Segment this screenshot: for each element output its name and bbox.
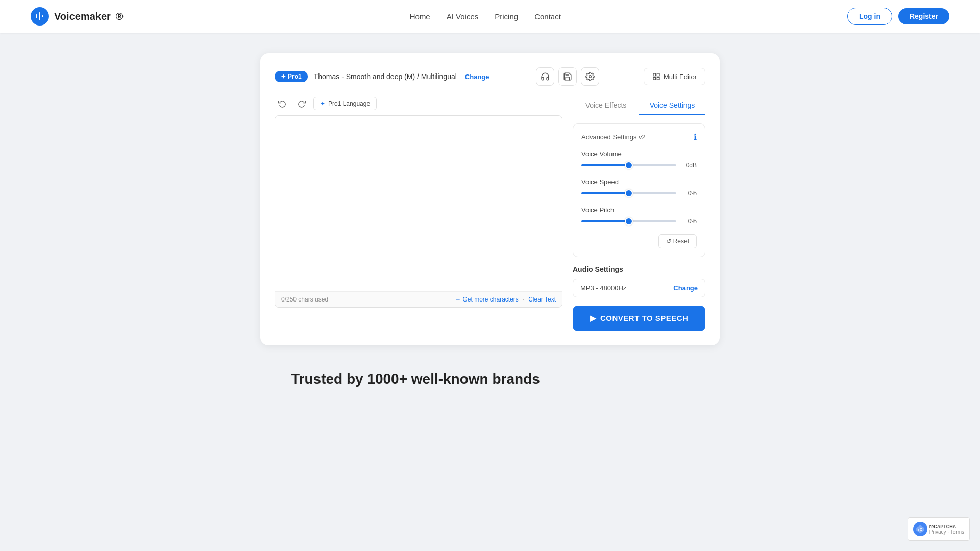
- headphones-icon: [541, 72, 550, 81]
- editor-body: ✦ Pro1 Language 0/250 chars used → Get m…: [275, 96, 705, 331]
- char-used: 0/250 chars used: [281, 296, 328, 303]
- login-button[interactable]: Log in: [847, 8, 892, 25]
- pro1-lang-icon: ✦: [320, 100, 325, 107]
- undo-icon: [278, 99, 286, 108]
- voice-pitch-value: 0%: [681, 218, 697, 225]
- convert-to-speech-button[interactable]: ▶ CONVERT TO SPEECH: [573, 306, 705, 331]
- multi-editor-icon: [652, 72, 660, 81]
- nav-pricing[interactable]: Pricing: [495, 12, 518, 21]
- multi-editor-label: Multi Editor: [664, 73, 697, 81]
- recaptcha-label: reCAPTCHA: [929, 524, 964, 529]
- info-icon[interactable]: ℹ: [694, 132, 697, 142]
- editor-card: ✦ Pro1 Thomas - Smooth and deep (M) / Mu…: [260, 53, 720, 345]
- voice-speed-slider[interactable]: [581, 192, 676, 194]
- reset-icon: ↺: [666, 238, 671, 245]
- svg-rect-3: [42, 15, 43, 17]
- voice-speed-slider-row: 0%: [581, 190, 697, 197]
- nav-links: Home AI Voices Pricing Contact: [410, 12, 561, 21]
- voice-volume-row: Voice Volume 0dB: [581, 150, 697, 169]
- nav-contact[interactable]: Contact: [534, 12, 561, 21]
- voice-speed-value: 0%: [681, 190, 697, 197]
- pro1-language-button[interactable]: ✦ Pro1 Language: [313, 97, 377, 110]
- text-input[interactable]: [275, 116, 562, 289]
- undo-button[interactable]: [275, 96, 290, 111]
- reset-label: Reset: [673, 238, 689, 245]
- voice-volume-value: 0dB: [681, 162, 697, 169]
- gear-icon: [585, 72, 595, 81]
- svg-rect-8: [657, 77, 659, 80]
- pro-badge-icon: ✦: [281, 73, 286, 80]
- recaptcha-links: Privacy · Terms: [929, 529, 964, 535]
- audio-format-text: MP3 - 48000Hz: [580, 284, 626, 292]
- textarea-wrapper: 0/250 chars used → Get more characters ·…: [275, 115, 562, 308]
- tab-voice-effects[interactable]: Voice Effects: [573, 96, 639, 115]
- svg-rect-2: [39, 12, 40, 20]
- save-icon: [563, 72, 572, 81]
- main-content: ✦ Pro1 Thomas - Smooth and deep (M) / Mu…: [0, 33, 980, 408]
- svg-text:rC: rC: [918, 527, 922, 532]
- clear-text-button[interactable]: Clear Text: [528, 296, 556, 303]
- settings-button[interactable]: [581, 67, 599, 86]
- nav-home[interactable]: Home: [410, 12, 430, 21]
- voice-pitch-slider-row: 0%: [581, 218, 697, 225]
- redo-button[interactable]: [294, 96, 309, 111]
- recaptcha-badge: rC reCAPTCHA Privacy · Terms: [908, 517, 970, 541]
- audio-settings: Audio Settings MP3 - 48000Hz Change: [573, 265, 705, 297]
- svg-rect-5: [653, 73, 656, 76]
- headphones-button[interactable]: [536, 67, 554, 86]
- convert-label: CONVERT TO SPEECH: [600, 314, 688, 322]
- tabs: Voice Effects Voice Settings: [573, 96, 705, 115]
- pro-badge-label: Pro1: [288, 73, 302, 80]
- char-links: → Get more characters · Clear Text: [455, 296, 556, 303]
- svg-rect-1: [36, 14, 37, 18]
- settings-header: Advanced Settings v2 ℹ: [581, 132, 697, 142]
- audio-change-button[interactable]: Change: [673, 284, 698, 292]
- settings-panel: Advanced Settings v2 ℹ Voice Volume 0dB …: [573, 123, 705, 257]
- svg-point-4: [589, 76, 591, 78]
- voice-name-label: Thomas - Smooth and deep (M) / Multiling…: [314, 72, 457, 81]
- toolbar-right: Multi Editor: [644, 68, 705, 85]
- advanced-settings-title: Advanced Settings v2: [581, 133, 646, 141]
- redo-icon: [298, 99, 306, 108]
- reset-button[interactable]: ↺ Reset: [658, 234, 697, 248]
- recaptcha-text: reCAPTCHA Privacy · Terms: [929, 524, 964, 535]
- voice-volume-label: Voice Volume: [581, 150, 697, 158]
- right-panel: Voice Effects Voice Settings Advanced Se…: [573, 96, 705, 331]
- top-toolbar: ✦ Pro1 Thomas - Smooth and deep (M) / Mu…: [275, 67, 705, 86]
- tab-voice-settings[interactable]: Voice Settings: [639, 96, 705, 115]
- logo-text: Voicemaker: [54, 11, 111, 22]
- text-section: ✦ Pro1 Language 0/250 chars used → Get m…: [275, 96, 562, 331]
- recaptcha-logo: rC: [913, 522, 927, 536]
- voice-pitch-row: Voice Pitch 0%: [581, 206, 697, 225]
- audio-format-row: MP3 - 48000Hz Change: [573, 279, 705, 297]
- save-button[interactable]: [558, 67, 577, 86]
- voice-speed-label: Voice Speed: [581, 178, 697, 186]
- voice-volume-slider[interactable]: [581, 164, 676, 166]
- svg-rect-6: [657, 73, 659, 76]
- trusted-section: Trusted by 1000+ well-known brands: [260, 371, 720, 387]
- get-more-characters-button[interactable]: → Get more characters: [455, 296, 519, 303]
- voice-speed-row: Voice Speed 0%: [581, 178, 697, 197]
- nav-buttons: Log in Register: [847, 8, 949, 25]
- register-button[interactable]: Register: [898, 8, 949, 24]
- text-toolbar: ✦ Pro1 Language: [275, 96, 562, 111]
- char-counter: 0/250 chars used → Get more characters ·…: [275, 291, 562, 307]
- pro-badge: ✦ Pro1: [275, 71, 308, 82]
- toolbar-left: ✦ Pro1 Thomas - Smooth and deep (M) / Mu…: [275, 71, 491, 82]
- svg-rect-7: [653, 77, 656, 80]
- logo: Voicemaker®: [31, 7, 124, 26]
- voice-volume-slider-row: 0dB: [581, 162, 697, 169]
- multi-editor-button[interactable]: Multi Editor: [644, 68, 705, 85]
- nav-ai-voices[interactable]: AI Voices: [447, 12, 479, 21]
- voice-pitch-slider[interactable]: [581, 220, 676, 222]
- change-voice-button[interactable]: Change: [463, 73, 492, 81]
- pro1-lang-label: Pro1 Language: [328, 100, 370, 107]
- play-icon: ▶: [590, 314, 597, 323]
- audio-settings-title: Audio Settings: [573, 265, 705, 273]
- navbar: Voicemaker® Home AI Voices Pricing Conta…: [0, 0, 980, 33]
- toolbar-icons: [536, 67, 599, 86]
- char-separator: ·: [523, 296, 524, 303]
- logo-icon: [31, 7, 49, 26]
- voice-pitch-label: Voice Pitch: [581, 206, 697, 214]
- reset-row: ↺ Reset: [581, 234, 697, 248]
